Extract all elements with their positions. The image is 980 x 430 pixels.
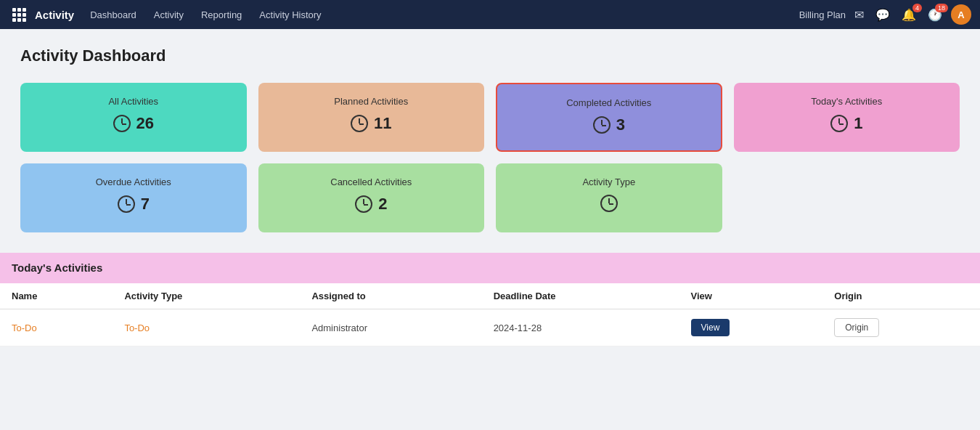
card-cancelled-activities[interactable]: Cancelled Activities 2 [258,163,485,232]
activities-table: Name Activity Type Assigned to Deadline … [0,283,980,346]
card-all-activities[interactable]: All Activities 26 [20,83,247,152]
col-assigned-to: Assigned to [300,283,481,309]
nav-link-activity[interactable]: Activity [147,7,191,23]
table-header-row: Name Activity Type Assigned to Deadline … [0,283,980,309]
card-planned-label: Planned Activities [273,96,470,107]
card-completed-label: Completed Activities [512,97,706,108]
card-overdue-value: 7 [35,195,232,214]
page-title: Activity Dashboard [20,46,960,65]
nav-link-reporting[interactable]: Reporting [194,7,249,23]
clock-icon-cancelled [355,195,372,213]
clock-icon-planned [351,115,368,132]
row-deadline-date: 2024-11-28 [482,309,679,346]
card-completed-value: 3 [512,115,706,134]
chat-badge: 4 [912,4,922,12]
clock-icon-overdue [118,195,135,213]
whatsapp-icon[interactable]: 💬 [873,7,893,23]
row-origin-cell: Origin [822,309,980,346]
card-type-label: Activity Type [510,177,708,187]
clock-badge: 18 [935,4,948,12]
card-activity-type[interactable]: Activity Type [496,163,722,232]
card-all-activities-label: All Activities [35,96,232,107]
col-origin: Origin [822,283,980,309]
nav-brand[interactable]: Activity [35,9,74,21]
col-deadline-date: Deadline Date [482,283,679,309]
topnav-right: Billing Plan ✉ 💬 🔔 4 🕐 18 A [799,4,971,25]
chat-icon[interactable]: 🔔 4 [899,7,919,23]
nav-link-dashboard[interactable]: Dashboard [83,7,144,23]
table-row: To-Do To-Do Administrator 2024-11-28 Vie… [0,309,980,346]
today-section-title: Today's Activities [12,261,102,274]
card-today-value: 1 [748,114,946,133]
card-overdue-activities[interactable]: Overdue Activities 7 [20,163,247,232]
row-view-cell: View [679,309,823,346]
row-name[interactable]: To-Do [0,309,113,346]
card-today-label: Today's Activities [748,96,946,107]
topnav: Activity Dashboard Activity Reporting Ac… [0,0,980,29]
view-button[interactable]: View [691,319,730,336]
clock-icon-today [830,115,848,132]
main-content: Activity Dashboard All Activities 26 Pla… [0,29,980,232]
email-icon[interactable]: ✉ [852,7,867,23]
clock-icon-completed [593,116,611,134]
card-cancelled-label: Cancelled Activities [273,177,470,187]
card-today-activities[interactable]: Today's Activities 1 [734,83,960,152]
col-view: View [679,283,823,309]
nav-link-history[interactable]: Activity History [252,7,328,23]
clock-icon-type [600,195,618,212]
origin-button[interactable]: Origin [834,318,879,337]
row-activity-type[interactable]: To-Do [113,309,300,346]
activities-table-wrapper: Name Activity Type Assigned to Deadline … [0,283,980,346]
col-name: Name [0,283,113,309]
cards-grid: All Activities 26 Planned Activities 11 … [20,83,960,232]
card-type-value [510,195,708,212]
card-planned-value: 11 [273,114,470,133]
clock-icon-nav[interactable]: 🕐 18 [925,7,945,23]
card-all-activities-value: 26 [35,114,232,133]
billing-plan-label: Billing Plan [799,9,846,20]
card-cancelled-value: 2 [273,195,470,214]
card-overdue-label: Overdue Activities [35,177,232,187]
user-avatar[interactable]: A [951,4,971,25]
card-planned-activities[interactable]: Planned Activities 11 [258,83,485,152]
card-completed-activities[interactable]: Completed Activities 3 [496,83,722,152]
col-activity-type: Activity Type [113,283,300,309]
clock-icon-all [113,115,131,132]
row-assigned-to: Administrator [300,309,481,346]
grid-menu-icon[interactable] [9,4,29,25]
today-section-header: Today's Activities [0,253,980,283]
